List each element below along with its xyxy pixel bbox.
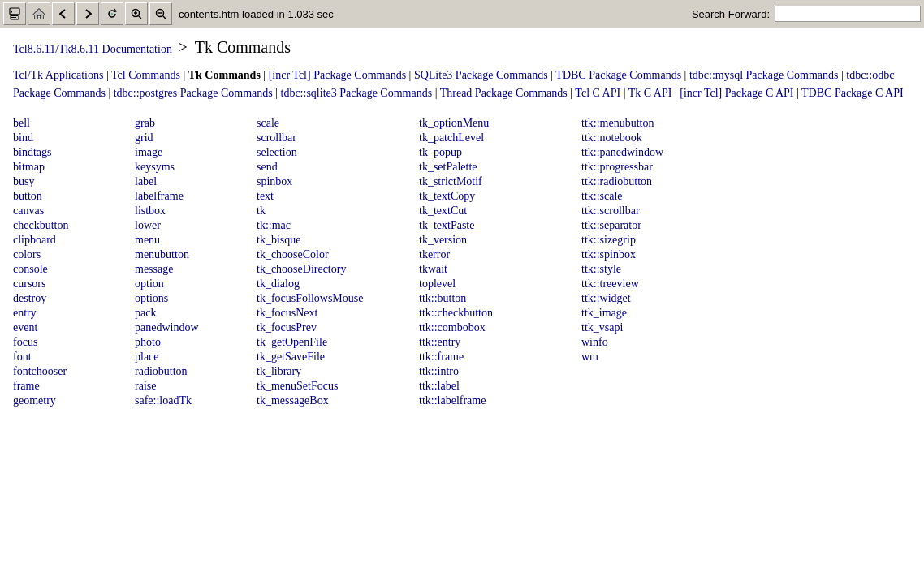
command-link[interactable]: scrollbar (257, 131, 419, 145)
nav-link-tdbc-c-api[interactable]: TDBC Package C API (801, 87, 904, 99)
command-link[interactable]: console (13, 262, 135, 277)
command-link[interactable]: font (13, 350, 135, 364)
command-link[interactable]: bell (13, 116, 135, 131)
command-link[interactable]: spinbox (257, 174, 419, 189)
command-link[interactable]: keysyms (135, 160, 257, 174)
command-link[interactable]: options (135, 291, 257, 306)
command-link[interactable]: ttk::button (419, 291, 581, 306)
command-link[interactable]: tk_chooseColor (257, 248, 419, 262)
command-link[interactable]: tk_messageBox (257, 394, 419, 408)
command-link[interactable]: listbox (135, 204, 257, 218)
command-link[interactable]: frame (13, 379, 135, 394)
command-link[interactable]: pack (135, 306, 257, 321)
command-link[interactable]: ttk::frame (419, 350, 581, 364)
command-link[interactable]: tk_focusPrev (257, 321, 419, 335)
breadcrumb-parent-link[interactable]: Tcl8.6.11/Tk8.6.11 Documentation (13, 43, 172, 55)
command-link[interactable]: ttk::sizegrip (581, 233, 744, 248)
command-link[interactable]: grab (135, 116, 257, 131)
command-link[interactable]: bind (13, 131, 135, 145)
command-link[interactable]: button (13, 189, 135, 204)
command-link[interactable]: bindtags (13, 145, 135, 160)
command-link[interactable]: fontchooser (13, 364, 135, 379)
command-link[interactable]: tkwait (419, 262, 581, 277)
command-link[interactable]: winfo (581, 335, 744, 350)
command-link[interactable]: tk (257, 204, 419, 218)
command-link[interactable]: ttk::scrollbar (581, 204, 744, 218)
command-link[interactable]: ttk::widget (581, 291, 744, 306)
command-link[interactable]: clipboard (13, 233, 135, 248)
command-link[interactable]: labelframe (135, 189, 257, 204)
nav-link-tcl-commands[interactable]: Tcl Commands (111, 69, 180, 81)
command-link[interactable]: ttk::intro (419, 364, 581, 379)
nav-link-tdbc-sqlite3[interactable]: tdbc::sqlite3 Package Commands (281, 87, 433, 99)
command-link[interactable]: checkbutton (13, 218, 135, 233)
command-link[interactable]: tk_getSaveFile (257, 350, 419, 364)
command-link[interactable]: wm (581, 350, 744, 364)
command-link[interactable]: toplevel (419, 277, 581, 291)
command-link[interactable]: tk_patchLevel (419, 131, 581, 145)
nav-link-tdbc-mysql[interactable]: tdbc::mysql Package Commands (689, 69, 839, 81)
command-link[interactable]: ttk::combobox (419, 321, 581, 335)
command-link[interactable]: tk_bisque (257, 233, 419, 248)
command-link[interactable]: tk_optionMenu (419, 116, 581, 131)
command-link[interactable]: image (135, 145, 257, 160)
command-link[interactable]: canvas (13, 204, 135, 218)
command-link[interactable]: ttk::spinbox (581, 248, 744, 262)
back-button[interactable] (52, 2, 75, 25)
command-link[interactable]: bitmap (13, 160, 135, 174)
command-link[interactable]: ttk_vsapi (581, 321, 744, 335)
command-link[interactable]: message (135, 262, 257, 277)
command-link[interactable]: label (135, 174, 257, 189)
command-link[interactable]: ttk::entry (419, 335, 581, 350)
command-link[interactable]: ttk::progressbar (581, 160, 744, 174)
forward-button[interactable] (76, 2, 99, 25)
command-link[interactable]: tk_strictMotif (419, 174, 581, 189)
nav-link-tcl-tk-apps[interactable]: Tcl/Tk Applications (13, 69, 103, 81)
command-link[interactable]: ttk::scale (581, 189, 744, 204)
nav-link-thread-pkg[interactable]: Thread Package Commands (440, 87, 568, 99)
command-link[interactable]: menu (135, 233, 257, 248)
zoom-out-button[interactable] (149, 2, 172, 25)
command-link[interactable]: scale (257, 116, 419, 131)
command-link[interactable]: ttk::panedwindow (581, 145, 744, 160)
command-link[interactable]: send (257, 160, 419, 174)
command-link[interactable]: ttk::label (419, 379, 581, 394)
nav-link-tcl-c-api[interactable]: Tcl C API (575, 87, 620, 99)
command-link[interactable]: ttk::checkbutton (419, 306, 581, 321)
command-link[interactable]: raise (135, 379, 257, 394)
command-link[interactable]: selection (257, 145, 419, 160)
command-link[interactable]: event (13, 321, 135, 335)
nav-link-tdbc-pkg[interactable]: TDBC Package Commands (555, 69, 681, 81)
command-link[interactable]: cursors (13, 277, 135, 291)
nav-link-incr-tcl-pkg[interactable]: [incr Tcl] Package Commands (269, 69, 406, 81)
command-link[interactable]: radiobutton (135, 364, 257, 379)
command-link[interactable]: grid (135, 131, 257, 145)
command-link[interactable]: tk_library (257, 364, 419, 379)
command-link[interactable]: ttk::separator (581, 218, 744, 233)
nav-link-tk-c-api[interactable]: Tk C API (628, 87, 672, 99)
nav-link-sqlite3-pkg[interactable]: SQLite3 Package Commands (414, 69, 548, 81)
command-link[interactable]: ttk::notebook (581, 131, 744, 145)
command-link[interactable]: entry (13, 306, 135, 321)
command-link[interactable]: tk_focusFollowsMouse (257, 291, 419, 306)
command-link[interactable]: tk_menuSetFocus (257, 379, 419, 394)
command-link[interactable]: ttk::style (581, 262, 744, 277)
command-link[interactable]: tk_getOpenFile (257, 335, 419, 350)
command-link[interactable]: ttk::radiobutton (581, 174, 744, 189)
command-link[interactable]: ttk::labelframe (419, 394, 581, 408)
command-link[interactable]: tk_chooseDirectory (257, 262, 419, 277)
command-link[interactable]: ttk_image (581, 306, 744, 321)
command-link[interactable]: place (135, 350, 257, 364)
command-link[interactable]: focus (13, 335, 135, 350)
command-link[interactable]: menubutton (135, 248, 257, 262)
command-link[interactable]: tkerror (419, 248, 581, 262)
command-link[interactable]: tk::mac (257, 218, 419, 233)
command-link[interactable]: lower (135, 218, 257, 233)
home-button[interactable] (28, 2, 50, 25)
command-link[interactable]: text (257, 189, 419, 204)
command-link[interactable]: tk_textCopy (419, 189, 581, 204)
search-input[interactable] (775, 6, 921, 22)
command-link[interactable]: tk_version (419, 233, 581, 248)
nav-link-tdbc-postgres[interactable]: tdbc::postgres Package Commands (114, 87, 273, 99)
command-link[interactable]: colors (13, 248, 135, 262)
